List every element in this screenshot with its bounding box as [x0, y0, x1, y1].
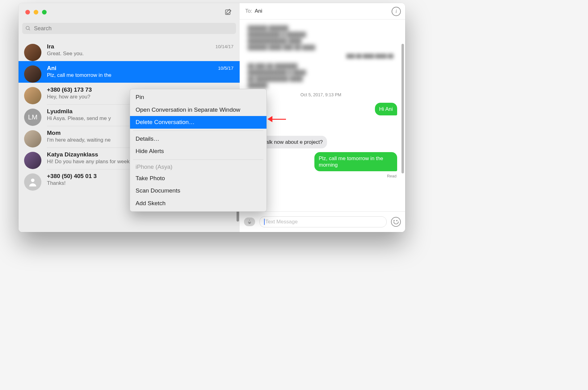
avatar [24, 173, 41, 191]
window-controls [25, 10, 47, 15]
menu-details[interactable]: Details… [130, 133, 267, 145]
read-receipt: Read [245, 174, 397, 178]
zoom-window-button[interactable] [42, 10, 47, 15]
compose-icon [225, 8, 232, 16]
avatar: LM [24, 109, 41, 126]
menu-take-photo[interactable]: Take Photo [130, 172, 267, 185]
avatar [24, 130, 41, 147]
svg-point-3 [31, 179, 34, 182]
conversation-date: 10/5/17 [218, 65, 233, 71]
conversation-preview: Plz, call me tomorrow in the [47, 72, 234, 78]
close-window-button[interactable] [25, 10, 30, 15]
appstore-icon [247, 219, 252, 225]
conversation-date: 10/14/17 [216, 44, 233, 49]
conversation-name: Ira [47, 43, 234, 50]
message-composer: Text Message [240, 211, 405, 232]
redacted-message: ██ ███ ██ ███████████████████ █ ██████ █… [248, 63, 394, 89]
search-icon [25, 26, 31, 31]
outgoing-message[interactable]: Hi Ani [375, 103, 397, 115]
annotation-arrow [267, 116, 286, 122]
menu-separator [133, 160, 263, 160]
thread-timestamp: Oct 5, 2017, 9:13 PM [245, 92, 397, 97]
compose-button[interactable] [222, 7, 234, 17]
conversation-item-selected[interactable]: Ani Plz, call me tomorrow in the 10/5/17 [19, 61, 240, 83]
menu-delete-conversation[interactable]: Delete Conversation… [130, 116, 267, 129]
context-menu: Pin Open Conversation in Separate Window… [130, 89, 267, 212]
svg-line-2 [29, 29, 30, 30]
thread-scrollbar[interactable] [401, 44, 404, 173]
svg-point-1 [26, 26, 29, 30]
emoji-button[interactable] [391, 217, 401, 227]
conversation-item[interactable]: Ira Great. See you. 10/14/17 [19, 39, 240, 61]
thread-header: To: Ani i [240, 3, 405, 19]
details-button[interactable]: i [392, 7, 401, 16]
menu-hide-alerts[interactable]: Hide Alerts [130, 145, 267, 158]
message-placeholder: Text Message [265, 219, 298, 225]
avatar [24, 87, 41, 104]
conversation-preview: Great. See you. [47, 51, 234, 57]
menu-separator [133, 131, 263, 131]
search-field[interactable] [22, 23, 236, 34]
avatar [24, 65, 41, 83]
info-icon: i [396, 9, 397, 14]
message-input[interactable]: Text Message [259, 216, 387, 227]
search-input[interactable] [33, 25, 233, 32]
redacted-timestamp: ███ ██ ████ ████ ██ [245, 54, 393, 58]
text-caret [264, 219, 265, 225]
menu-scan-documents[interactable]: Scan Documents [130, 185, 267, 197]
menu-add-sketch[interactable]: Add Sketch [130, 197, 267, 210]
avatar-initials: LM [28, 113, 38, 121]
avatar [24, 152, 41, 169]
to-name: Ani [255, 8, 262, 14]
avatar [24, 44, 41, 61]
redacted-message: ██████ ████████████████ █ ██████████████… [248, 25, 394, 51]
menu-open-separate[interactable]: Open Conversation in Separate Window [130, 104, 267, 116]
apps-button[interactable] [244, 218, 255, 226]
minimize-window-button[interactable] [34, 10, 38, 15]
person-icon [27, 177, 38, 187]
menu-device-header: iPhone (Asya) [130, 162, 267, 172]
conversation-name: Ani [47, 65, 234, 72]
menu-pin[interactable]: Pin [130, 91, 267, 104]
outgoing-message[interactable]: Plz, call me tomorrow in the morning [314, 152, 397, 172]
to-label: To: [245, 8, 252, 14]
